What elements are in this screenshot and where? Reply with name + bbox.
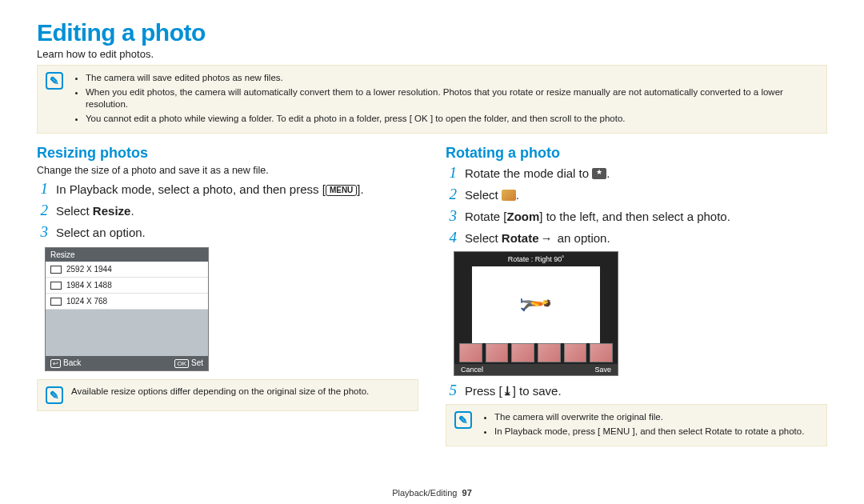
bold-text: Zoom [507,210,540,223]
rotating-section: Rotating a photo 1 Rotate the mode dial … [446,145,827,446]
resize-option-list: 2592 X 1944 1984 X 1488 1024 X 768 [46,262,208,310]
step-5: 5 Press [⤓] to save. [446,382,827,399]
top-note-item: The camera will save edited photos as ne… [86,72,818,85]
rotating-steps-cont: 5 Press [⤓] to save. [446,382,827,399]
step-4: 4 Select Rotate→ an option. [446,230,827,246]
step-number: 2 [446,186,457,202]
rotating-heading: Rotating a photo [446,145,827,162]
resize-ui-footer: ↩Back OKSet [46,356,208,370]
save-down-icon: ⤓ [502,382,513,399]
step-text: In Playback mode, select a photo, and th… [56,181,364,198]
page-number: 97 [462,488,472,498]
back-label: Back [63,358,81,367]
rotate-thumb[interactable] [511,343,534,362]
step-number: 1 [446,165,457,181]
step-3: 3 Rotate [Zoom] to the left, and then se… [446,208,827,225]
text: ] to save. [513,384,562,398]
rotate-thumb[interactable] [486,343,509,362]
text: Select [465,231,502,245]
resizing-heading: Resizing photos [37,145,418,162]
arrow-icon: → [539,231,554,245]
text: ] to the left, and then select a photo. [539,210,730,223]
rotate-note-item: The camera will overwrite the original f… [494,411,804,424]
step-2: 2 Select . [446,186,827,203]
resizing-section: Resizing photos Change the size of a pho… [37,145,418,446]
note-icon: ✎ [46,386,63,404]
rotate-preview: 🚶 [472,266,600,343]
rotate-thumb[interactable] [564,343,587,362]
text: Rotate [ [465,210,507,223]
step-text: Select . [465,186,519,203]
person-silhouette-icon: 🚶 [520,288,552,322]
text: In Playback mode, select a photo, and th… [56,182,326,196]
resize-option-row[interactable]: 1984 X 1488 [46,278,208,294]
rotate-thumb[interactable] [459,343,482,362]
text: Press [ [465,384,502,398]
text: Rotate the mode dial to [465,166,592,180]
resize-note-text: Available resize options differ dependin… [71,386,369,396]
size-icon [50,266,62,274]
resizing-desc: Change the size of a photo and save it a… [37,165,418,176]
size-icon [50,282,62,290]
bold-text: Resize [93,204,131,218]
rotate-note-box: ✎ The camera will overwrite the original… [446,404,827,446]
top-note-box: ✎ The camera will save edited photos as … [37,65,827,134]
set-label: Set [191,358,203,367]
rotate-ui-label: Rotate : Right 90˚ [454,255,618,263]
cancel-button[interactable]: Cancel [461,366,483,374]
save-button[interactable]: Save [594,366,611,374]
step-text: Select an option. [56,224,146,241]
rotate-thumbnails [459,343,613,362]
edit-mode-icon [502,190,516,201]
step-text: Rotate the mode dial to . [465,165,610,182]
text: . [606,166,610,180]
rotate-note-item: In Playback mode, press [ MENU ], and th… [494,426,804,438]
resize-option-row[interactable]: 1024 X 768 [46,294,208,310]
step-number: 3 [37,224,48,240]
rotate-note-list: The camera will overwrite the original f… [480,411,804,439]
resize-ui-title: Resize [46,248,208,262]
rotate-camera-ui: Rotate : Right 90˚ 🚶 Cancel Save [454,251,618,376]
footer-section: Playback/Editing [392,488,457,498]
resizing-steps: 1 In Playback mode, select a photo, and … [37,181,418,241]
note-icon: ✎ [454,411,472,429]
resize-option-row[interactable]: 2592 X 1944 [46,262,208,278]
resize-camera-ui: Resize 2592 X 1944 1984 X 1488 1024 X 76… [45,247,209,371]
set-button[interactable]: OKSet [174,358,203,368]
step-1: 1 Rotate the mode dial to . [446,165,827,182]
menu-icon: MENU [326,185,357,196]
step-number: 2 [37,202,48,218]
text: . [516,188,519,202]
step-text: Rotate [Zoom] to the left, and then sele… [465,208,730,225]
text: ]. [357,182,363,196]
top-note-item: You cannot edit a photo while viewing a … [86,113,818,126]
bold-text: Rotate [502,231,539,245]
back-icon: ↩ [50,359,61,368]
mode-dial-icon [592,168,606,179]
step-text: Press [⤓] to save. [465,382,562,399]
top-note-list: The camera will save edited photos as ne… [71,72,818,126]
note-icon: ✎ [46,72,63,90]
resize-option-label: 2592 X 1944 [66,265,112,274]
resize-option-label: 1024 X 768 [66,297,107,306]
resize-option-label: 1984 X 1488 [66,281,112,290]
step-2: 2 Select Resize. [37,202,418,219]
step-number: 4 [446,230,457,246]
step-1: 1 In Playback mode, select a photo, and … [37,181,418,198]
rotating-steps: 1 Rotate the mode dial to . 2 Select . 3… [446,165,827,246]
text: . [130,204,134,218]
page-title: Editing a photo [37,19,827,46]
size-icon [50,298,62,306]
top-note-item: When you edit photos, the camera will au… [86,86,818,111]
step-number: 1 [37,181,48,197]
step-number: 5 [446,382,457,398]
ok-icon: OK [174,359,189,368]
resize-note-box: ✎ Available resize options differ depend… [37,379,418,411]
step-number: 3 [446,208,457,224]
page-footer: Playback/Editing 97 [0,488,864,498]
text: an option. [554,231,610,245]
back-button[interactable]: ↩Back [50,358,81,368]
rotate-thumb[interactable] [538,343,561,362]
rotate-thumb[interactable] [590,343,613,362]
page-subtitle: Learn how to edit photos. [37,48,827,60]
